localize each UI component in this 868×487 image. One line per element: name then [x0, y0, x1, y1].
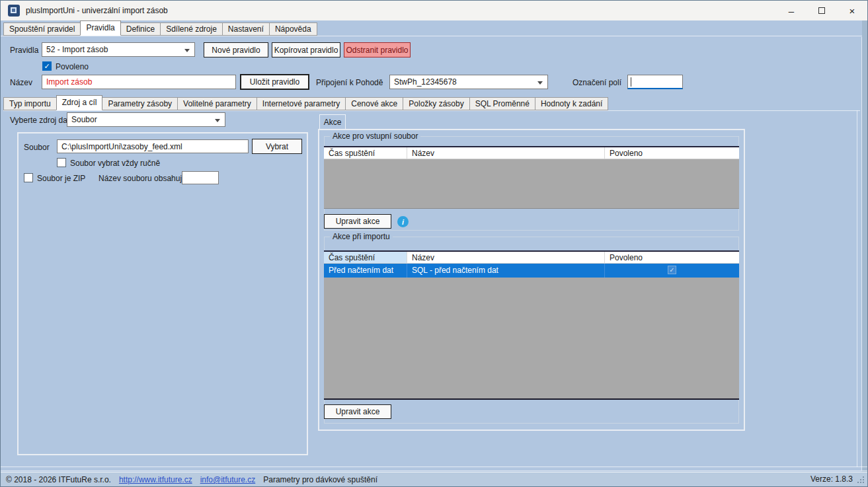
manual-select-checkbox[interactable] — [57, 158, 66, 167]
website-link[interactable]: http://www.itfuture.cz — [119, 475, 192, 484]
app-icon — [8, 5, 20, 17]
field-marking-input[interactable] — [627, 75, 683, 89]
tab-zdroj-a-cil[interactable]: Zdroj a cíl — [56, 95, 103, 110]
subtab-divider-line — [3, 110, 860, 111]
chevron-down-icon — [215, 119, 220, 122]
copy-rule-button[interactable]: Kopírovat pravidlo — [272, 42, 340, 57]
pohoda-connection-label: Připojení k Pohodě — [316, 78, 383, 87]
tab-parametry-zasoby[interactable]: Parametry zásoby — [102, 97, 178, 110]
version-text: Verze: 1.8.3 — [810, 474, 853, 484]
panel-border-line — [857, 110, 857, 467]
delete-rule-button[interactable]: Odstranit pravidlo — [344, 42, 411, 57]
file-label: Soubor — [24, 143, 50, 152]
batch-params-text: Parametry pro dávkové spuštění — [263, 475, 377, 484]
main-tab-napoveda[interactable]: Nápověda — [269, 22, 317, 36]
manual-select-label: Soubor vybrat vždy ručně — [70, 159, 160, 168]
rule-name-input[interactable]: Import zásob — [42, 75, 236, 89]
chevron-down-icon — [184, 49, 190, 52]
field-marking-label: Označení polí — [572, 78, 621, 87]
rules-label: Pravidla — [10, 46, 38, 55]
zip-checkbox[interactable] — [24, 173, 33, 182]
tab-typ-importu[interactable]: Typ importu — [3, 97, 57, 110]
status-bar: © 2018 - 2026 ITFutuRe s.r.o. http://www… — [1, 472, 867, 487]
file-path-input[interactable]: C:\plusImportUni\zasoby_feed.xml — [57, 139, 249, 153]
column-header-cas-spusteni[interactable]: Čas spuštění — [324, 147, 407, 159]
column-header-povoleno[interactable]: Povoleno — [605, 147, 739, 159]
text-caret — [631, 77, 631, 87]
maximize-icon — [818, 7, 825, 14]
name-label: Název — [10, 78, 32, 87]
main-tab-pravidla[interactable]: Pravidla — [80, 20, 120, 36]
import-actions-title: Akce při importu — [330, 232, 393, 241]
pohoda-connection-value: StwPh_12345678 — [394, 77, 457, 87]
cell-enabled: ✓ — [605, 264, 739, 278]
pohoda-connection-select[interactable]: StwPh_12345678 — [389, 75, 548, 89]
new-rule-button[interactable]: Nové pravidlo — [204, 42, 268, 57]
close-button[interactable]: × — [837, 1, 867, 20]
main-tab-strip: Spouštění pravidel Pravidla Definice Sdí… — [3, 20, 317, 36]
edit-input-file-actions-button[interactable]: Upravit akce — [324, 214, 391, 229]
source-select[interactable]: Soubor — [67, 112, 225, 127]
rule-tab-strip: Typ importu Zdroj a cíl Parametry zásoby… — [3, 96, 608, 110]
close-icon: × — [849, 5, 855, 17]
tab-polozky-zasoby[interactable]: Položky zásoby — [403, 97, 469, 110]
tab-internetove-parametry[interactable]: Internetové parametry — [256, 97, 346, 110]
copyright-text: © 2018 - 2026 ITFutuRe s.r.o. — [6, 475, 111, 484]
browse-file-button[interactable]: Vybrat — [252, 139, 302, 154]
check-icon: ✓ — [44, 62, 50, 70]
column-header-nazev[interactable]: Název — [407, 147, 605, 159]
tab-volitelne-parametry[interactable]: Volitelné parametry — [177, 97, 257, 110]
edit-import-actions-button[interactable]: Upravit akce — [324, 404, 391, 419]
table-header-row: Čas spuštění Název Povoleno — [324, 252, 739, 264]
bottom-border-line — [1, 467, 868, 467]
table-header-row: Čas spuštění Název Povoleno — [324, 147, 739, 159]
info-icon[interactable]: i — [397, 216, 409, 227]
enabled-checkbox-label: Povoleno — [56, 62, 89, 71]
rule-select-value: 52 - Import zásob — [46, 45, 108, 54]
check-icon: ✓ — [669, 266, 674, 274]
main-tab-nastaveni[interactable]: Nastavení — [222, 22, 270, 36]
cell-name: SQL - před načtením dat — [407, 264, 605, 278]
main-tab-sdilene-zdroje[interactable]: Sdílené zdroje — [160, 22, 223, 36]
column-header-povoleno[interactable]: Povoleno — [605, 252, 739, 263]
chevron-down-icon — [537, 81, 543, 85]
main-tab-definice[interactable]: Definice — [120, 22, 161, 36]
window-edge-strip — [862, 20, 868, 472]
maximize-button[interactable] — [807, 1, 837, 20]
main-tab-spousteni-pravidel[interactable]: Spouštění pravidel — [3, 22, 81, 36]
email-link[interactable]: info@itfuture.cz — [200, 475, 256, 484]
name-contains-input[interactable] — [182, 171, 219, 184]
statusbar-top-line — [1, 470, 868, 471]
tab-hodnoty-k-zadani[interactable]: Hodnoty k zadání — [535, 97, 608, 110]
window-title: plusImportUni - univerzální import zásob — [26, 6, 168, 15]
save-rule-button[interactable]: Uložit pravidlo — [240, 74, 309, 90]
minimize-icon: – — [789, 5, 794, 17]
name-contains-label: Název souboru obsahuje — [99, 174, 186, 183]
input-file-actions-table[interactable]: Čas spuštění Název Povoleno — [324, 146, 739, 209]
tab-sql-promenne[interactable]: SQL Proměnné — [469, 97, 535, 110]
source-select-value: Soubor — [71, 115, 97, 124]
tabstrip-divider-line — [1, 36, 868, 36]
title-bar: plusImportUni - univerzální import zásob… — [1, 1, 867, 20]
enabled-row-checkbox[interactable]: ✓ — [668, 266, 676, 274]
zip-checkbox-label: Soubor je ZIP — [37, 174, 85, 183]
import-actions-table[interactable]: Čas spuštění Název Povoleno Před načtení… — [324, 250, 739, 400]
column-header-cas-spusteni[interactable]: Čas spuštění — [324, 252, 407, 263]
column-header-nazev[interactable]: Název — [407, 252, 605, 263]
tab-akce[interactable]: Akce — [319, 114, 346, 130]
tab-cenove-akce[interactable]: Cenové akce — [345, 97, 403, 110]
app-window: plusImportUni - univerzální import zásob… — [0, 0, 868, 487]
minimize-button[interactable]: – — [776, 1, 807, 20]
resize-grip[interactable] — [857, 476, 865, 484]
cell-time: Před načtením dat — [324, 264, 407, 278]
source-select-label: Vyberte zdroj dat — [10, 116, 69, 125]
enabled-checkbox[interactable]: ✓ — [42, 61, 52, 71]
rule-select[interactable]: 52 - Import zásob — [42, 42, 195, 57]
info-icon-glyph: i — [402, 218, 404, 226]
input-file-actions-title: Akce pro vstupní soubor — [330, 131, 420, 141]
table-row-selected[interactable]: Před načtením dat SQL - před načtením da… — [324, 264, 739, 278]
